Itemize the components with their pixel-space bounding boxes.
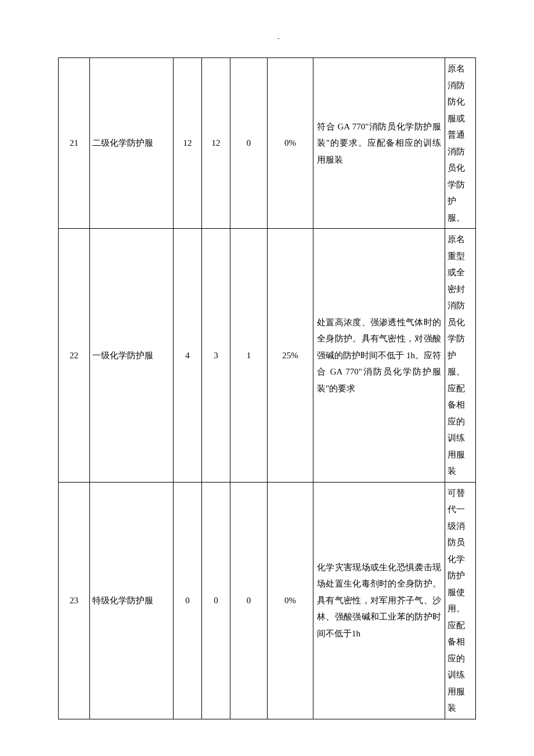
page-content: - 21 二级化学防护服 12 12 0 0% 符合 GA 770"消防员化学防… bbox=[0, 0, 534, 756]
cell-index: 21 bbox=[59, 58, 90, 229]
cell-num1: 0 bbox=[174, 482, 202, 719]
cell-num2: 3 bbox=[202, 229, 230, 483]
cell-name: 一级化学防护服 bbox=[90, 229, 174, 483]
cell-num3: 1 bbox=[230, 229, 268, 483]
cell-percent: 0% bbox=[268, 482, 313, 719]
cell-note: 原名消防防化服或普通消防员化学防护服。 bbox=[445, 58, 476, 229]
table-row: 23 特级化学防护服 0 0 0 0% 化学灾害现场或生化恐惧袭击现场处置生化毒… bbox=[59, 482, 476, 719]
cell-num3: 0 bbox=[230, 482, 268, 719]
cell-num1: 4 bbox=[174, 229, 202, 483]
table-row: 22 一级化学防护服 4 3 1 25% 处置高浓度、强渗透性气体时的全身防护。… bbox=[59, 229, 476, 483]
cell-note: 原名重型或全密封消防员化学防护服。应配备相应的训练用服装 bbox=[445, 229, 476, 483]
footer-right-text: z. bbox=[270, 754, 274, 757]
cell-num3: 0 bbox=[230, 58, 268, 229]
cell-name: 特级化学防护服 bbox=[90, 482, 174, 719]
equipment-table: 21 二级化学防护服 12 12 0 0% 符合 GA 770"消防员化学防护服… bbox=[58, 57, 476, 719]
cell-percent: 0% bbox=[268, 58, 313, 229]
cell-num1: 12 bbox=[174, 58, 202, 229]
cell-percent: 25% bbox=[268, 229, 313, 483]
header-mark: - bbox=[58, 35, 476, 41]
cell-num2: 12 bbox=[202, 58, 230, 229]
cell-num2: 0 bbox=[202, 482, 230, 719]
cell-description: 符合 GA 770"消防员化学防护服装"的要求。应配备相应的训练用服装 bbox=[313, 58, 445, 229]
cell-name: 二级化学防护服 bbox=[90, 58, 174, 229]
footer-left-text: . bbox=[163, 754, 164, 757]
cell-description: 处置高浓度、强渗透性气体时的全身防护。具有气密性，对强酸强碱的防护时间不低于 1… bbox=[313, 229, 445, 483]
cell-index: 22 bbox=[59, 229, 90, 483]
cell-description: 化学灾害现场或生化恐惧袭击现场处置生化毒剂时的全身防护。具有气密性，对军用芥子气… bbox=[313, 482, 445, 719]
page-footer: . z. bbox=[58, 754, 476, 757]
cell-index: 23 bbox=[59, 482, 90, 719]
table-row: 21 二级化学防护服 12 12 0 0% 符合 GA 770"消防员化学防护服… bbox=[59, 58, 476, 229]
cell-note: 可替代一级消防员化学防护服使用。应配备相应的训练用服装 bbox=[445, 482, 476, 719]
